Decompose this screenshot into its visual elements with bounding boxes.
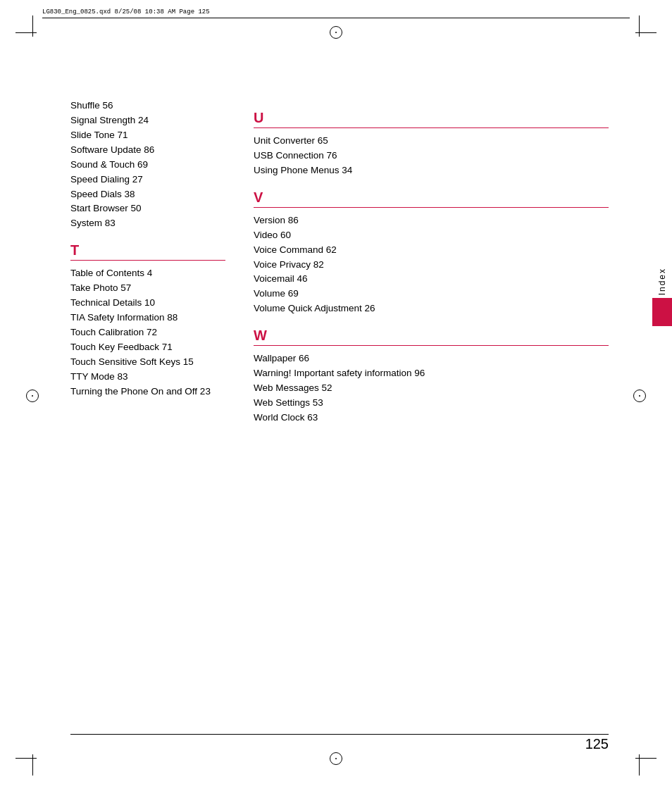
list-item: Sound & Touch 69 bbox=[70, 158, 225, 173]
s-section: Shuffle 56 Signal Strength 24 Slide Tone… bbox=[70, 99, 225, 231]
list-item: World Clock 63 bbox=[254, 411, 609, 425]
crop-mark-bl-v bbox=[32, 754, 33, 776]
list-item: Unit Converter 65 bbox=[254, 134, 609, 149]
list-item: Software Update 86 bbox=[70, 143, 225, 158]
t-section: T Table of Contents 4 Take Photo 57 Tech… bbox=[70, 242, 225, 399]
section-divider-w bbox=[254, 345, 609, 346]
header-text: LG830_Eng_0825.qxd 8/25/08 10:38 AM Page… bbox=[42, 8, 210, 15]
list-item: Start Browser 50 bbox=[70, 201, 225, 216]
list-item: Web Messages 52 bbox=[254, 381, 609, 396]
reg-circle-bottom bbox=[330, 752, 342, 765]
list-item: Shuffle 56 bbox=[70, 99, 225, 113]
section-letter-u: U bbox=[254, 110, 609, 126]
section-divider-u bbox=[254, 127, 609, 128]
crop-mark-br-v bbox=[639, 754, 640, 776]
list-item: Wallpaper 66 bbox=[254, 351, 609, 366]
index-tab: Index bbox=[652, 268, 672, 326]
list-item: Web Settings 53 bbox=[254, 396, 609, 411]
section-divider-v bbox=[254, 207, 609, 208]
list-item: Using Phone Menus 34 bbox=[254, 163, 609, 178]
index-tab-label: Index bbox=[657, 268, 667, 295]
list-item: System 83 bbox=[70, 216, 225, 231]
reg-circle-left bbox=[26, 390, 39, 402]
list-item: Voicemail 46 bbox=[254, 272, 609, 287]
list-item: TIA Safety Information 88 bbox=[70, 311, 225, 325]
main-content: Shuffle 56 Signal Strength 24 Slide Tone… bbox=[70, 99, 609, 735]
list-item: Volume 69 bbox=[254, 287, 609, 301]
list-item: Warning! Important safety information 96 bbox=[254, 366, 609, 381]
v-section: V Version 86 Video 60 Voice Command 62 V… bbox=[254, 189, 609, 316]
list-item: Touch Sensitive Soft Keys 15 bbox=[70, 355, 225, 370]
list-item: Version 86 bbox=[254, 213, 609, 228]
header-bar: LG830_Eng_0825.qxd 8/25/08 10:38 AM Page… bbox=[42, 8, 630, 18]
list-item: Signal Strength 24 bbox=[70, 113, 225, 128]
section-letter-t: T bbox=[70, 242, 225, 259]
page-number: 125 bbox=[585, 736, 609, 752]
list-item: Touch Key Feedback 71 bbox=[70, 340, 225, 355]
list-item: Table of Contents 4 bbox=[70, 266, 225, 281]
section-letter-w: W bbox=[254, 328, 609, 344]
list-item: Turning the Phone On and Off 23 bbox=[70, 385, 225, 399]
list-item: Technical Details 10 bbox=[70, 296, 225, 311]
list-item: Speed Dialing 27 bbox=[70, 173, 225, 187]
reg-circle-top bbox=[330, 26, 342, 39]
crop-mark-tl-v bbox=[32, 15, 33, 37]
index-tab-bar bbox=[652, 298, 672, 326]
list-item: Voice Privacy 82 bbox=[254, 258, 609, 273]
list-item: USB Connection 76 bbox=[254, 149, 609, 163]
crop-mark-bl-h bbox=[15, 758, 37, 759]
crop-mark-tl-h bbox=[15, 32, 37, 33]
list-item: Volume Quick Adjustment 26 bbox=[254, 301, 609, 316]
bottom-rule bbox=[70, 734, 609, 735]
list-item: Touch Calibration 72 bbox=[70, 325, 225, 340]
crop-mark-tr-v bbox=[639, 15, 640, 37]
list-item: TTY Mode 83 bbox=[70, 370, 225, 385]
list-item: Slide Tone 71 bbox=[70, 128, 225, 143]
section-letter-v: V bbox=[254, 189, 609, 206]
reg-circle-right bbox=[633, 390, 646, 402]
list-item: Speed Dials 38 bbox=[70, 187, 225, 202]
section-divider-t bbox=[70, 260, 225, 261]
w-section: W Wallpaper 66 Warning! Important safety… bbox=[254, 328, 609, 425]
list-item: Video 60 bbox=[254, 228, 609, 243]
list-item: Voice Command 62 bbox=[254, 243, 609, 258]
right-column: U Unit Converter 65 USB Connection 76 Us… bbox=[225, 99, 609, 735]
list-item: Take Photo 57 bbox=[70, 281, 225, 296]
u-section: U Unit Converter 65 USB Connection 76 Us… bbox=[254, 110, 609, 178]
left-column: Shuffle 56 Signal Strength 24 Slide Tone… bbox=[70, 99, 225, 735]
